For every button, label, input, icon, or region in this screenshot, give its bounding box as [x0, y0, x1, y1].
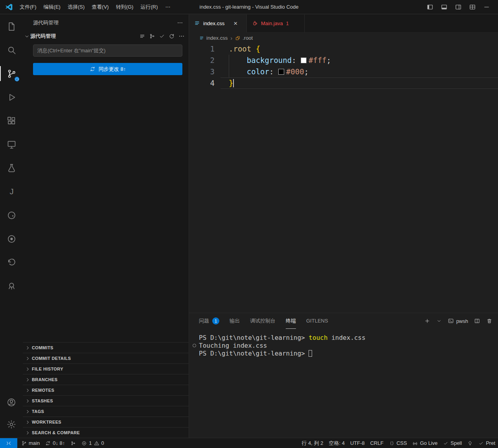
- new-terminal-icon[interactable]: [424, 318, 430, 324]
- menu-item[interactable]: 运行(R): [137, 2, 161, 12]
- code-line[interactable]: 1.root {: [189, 43, 498, 55]
- menu-item[interactable]: 转到(G): [112, 2, 137, 12]
- activity-bar-item[interactable]: [0, 391, 23, 413]
- sidebar-section-header[interactable]: FILE HISTORY: [23, 363, 189, 374]
- remote-indicator[interactable]: [0, 438, 17, 448]
- java-icon: J: [6, 186, 17, 197]
- terminal-dropdown-icon[interactable]: [436, 318, 442, 324]
- editor-tab[interactable]: index.css×: [189, 15, 247, 33]
- language-mode[interactable]: CSS: [386, 438, 410, 448]
- sidebar-section-header[interactable]: STASHES: [23, 395, 189, 406]
- code-line[interactable]: 3 color: #000;: [189, 66, 498, 77]
- activity-bar-item[interactable]: [0, 62, 23, 85]
- toggle-panel-icon[interactable]: [439, 2, 449, 12]
- commit-graph-icon[interactable]: [149, 33, 155, 39]
- editor-tab[interactable]: Main.java1: [247, 15, 305, 32]
- panel-tab[interactable]: 终端: [286, 313, 296, 329]
- sidebar-section-header[interactable]: COMMIT DETAILS: [23, 353, 189, 363]
- minimize-icon[interactable]: [481, 2, 492, 12]
- encoding-setting[interactable]: UTF-8: [347, 438, 368, 448]
- activity-bar-item[interactable]: [0, 274, 23, 298]
- activity-bar-item[interactable]: J: [0, 180, 23, 203]
- kill-terminal-icon[interactable]: [486, 318, 492, 324]
- view-list-icon[interactable]: [139, 33, 145, 39]
- gitlens-status[interactable]: [465, 438, 476, 448]
- tab-label: index.css: [203, 20, 224, 26]
- sidebar-section-header[interactable]: SEARCH & COMPARE: [23, 427, 189, 438]
- panel-tab[interactable]: 调试控制台: [250, 313, 276, 329]
- chevron-right-icon: [25, 356, 31, 361]
- chevron-right-icon: [25, 409, 31, 415]
- commit-message-input[interactable]: [33, 44, 182, 57]
- panel-tab[interactable]: 输出: [230, 313, 240, 329]
- split-terminal-icon[interactable]: [474, 318, 480, 324]
- activity-bar-item[interactable]: [0, 413, 23, 435]
- octopus-icon: [6, 281, 17, 291]
- activity-bar-item[interactable]: [0, 85, 23, 109]
- terminal-shell-item[interactable]: pwsh: [448, 318, 468, 324]
- menu-item[interactable]: 文件(F): [16, 2, 40, 12]
- branch-indicator[interactable]: main: [18, 438, 42, 448]
- breadcrumb-item[interactable]: .root: [235, 35, 253, 41]
- code-line-content: .root {: [221, 43, 498, 55]
- activity-bar-item[interactable]: [0, 133, 23, 156]
- color-swatch[interactable]: [278, 69, 284, 75]
- activity-bar-item[interactable]: [0, 15, 23, 38]
- activity-bar-item[interactable]: [0, 38, 23, 62]
- problems-indicator[interactable]: 1 0: [79, 438, 107, 448]
- prettier-status[interactable]: Pret: [476, 438, 498, 448]
- indent-guide: [229, 55, 229, 77]
- more-actions-icon[interactable]: [177, 20, 183, 26]
- breadcrumb-item[interactable]: index.css: [199, 35, 228, 41]
- bottom-panel: 问题1输出调试控制台终端GITLENS pwsh PS D:\git\note\…: [189, 313, 498, 438]
- search-icon: [6, 45, 17, 55]
- menu-item[interactable]: 查看(V): [88, 2, 112, 12]
- menu-item[interactable]: 选择(S): [64, 2, 88, 12]
- terminal-cursor: [309, 350, 312, 357]
- panel-tab[interactable]: 问题1: [199, 313, 219, 329]
- sync-changes-button[interactable]: 同步更改 8↑: [33, 63, 182, 75]
- scm-section-header[interactable]: 源代码管理: [23, 31, 189, 41]
- color-swatch[interactable]: [301, 57, 307, 63]
- code-area[interactable]: 1.root {2 background: #fff;3 color: #000…: [189, 43, 498, 89]
- activity-bar-item[interactable]: [0, 227, 23, 251]
- menu-item[interactable]: 编辑(E): [40, 2, 64, 12]
- panel-header: 问题1输出调试控制台终端GITLENS pwsh: [189, 313, 498, 329]
- pending-sync-badge: [15, 77, 19, 81]
- sidebar-section-header[interactable]: TAGS: [23, 406, 189, 417]
- command-decoration-icon[interactable]: [193, 344, 196, 347]
- close-icon[interactable]: ×: [233, 20, 237, 27]
- code-line[interactable]: 2 background: #fff;: [189, 55, 498, 66]
- commit-graph-icon: [70, 441, 76, 446]
- prettier-label: Pret: [486, 440, 495, 446]
- spell-checker[interactable]: Spell: [440, 438, 465, 448]
- commit-graph-button[interactable]: [68, 438, 79, 448]
- indentation-setting[interactable]: 空格: 4: [326, 438, 347, 448]
- toggle-secondary-sidebar-icon[interactable]: [453, 2, 463, 12]
- sidebar-section-header[interactable]: WORKTREES: [23, 417, 189, 427]
- customize-layout-icon[interactable]: [467, 2, 478, 12]
- commit-check-icon[interactable]: [159, 33, 165, 39]
- section-label: COMMITS: [32, 345, 53, 350]
- cursor-position[interactable]: 行 4, 列 2: [299, 438, 326, 448]
- sidebar-section-header[interactable]: BRANCHES: [23, 374, 189, 385]
- remote-explorer-icon: [6, 139, 17, 150]
- sync-status[interactable]: 0↓ 8↑: [42, 438, 68, 448]
- more-icon[interactable]: [178, 33, 185, 39]
- activity-bar-item[interactable]: [0, 251, 23, 274]
- toggle-sidebar-icon[interactable]: [425, 2, 435, 12]
- go-live-button[interactable]: Go Live: [410, 438, 440, 448]
- minimize-icon: [483, 4, 490, 11]
- terminal[interactable]: PS D:\git\note\git-learning> touch index…: [189, 329, 498, 358]
- menu-overflow-button[interactable]: ⋯: [161, 4, 174, 10]
- sidebar-section-header[interactable]: REMOTES: [23, 385, 189, 395]
- gradle-icon: [6, 210, 17, 221]
- eol-setting[interactable]: CRLF: [368, 438, 386, 448]
- activity-bar-item[interactable]: [0, 109, 23, 133]
- activity-bar-item[interactable]: [0, 203, 23, 227]
- code-line[interactable]: 4}: [189, 77, 498, 89]
- panel-tab[interactable]: GITLENS: [306, 313, 328, 329]
- sidebar-section-header[interactable]: COMMITS: [23, 342, 189, 353]
- refresh-icon[interactable]: [169, 33, 175, 39]
- activity-bar-item[interactable]: [0, 156, 23, 180]
